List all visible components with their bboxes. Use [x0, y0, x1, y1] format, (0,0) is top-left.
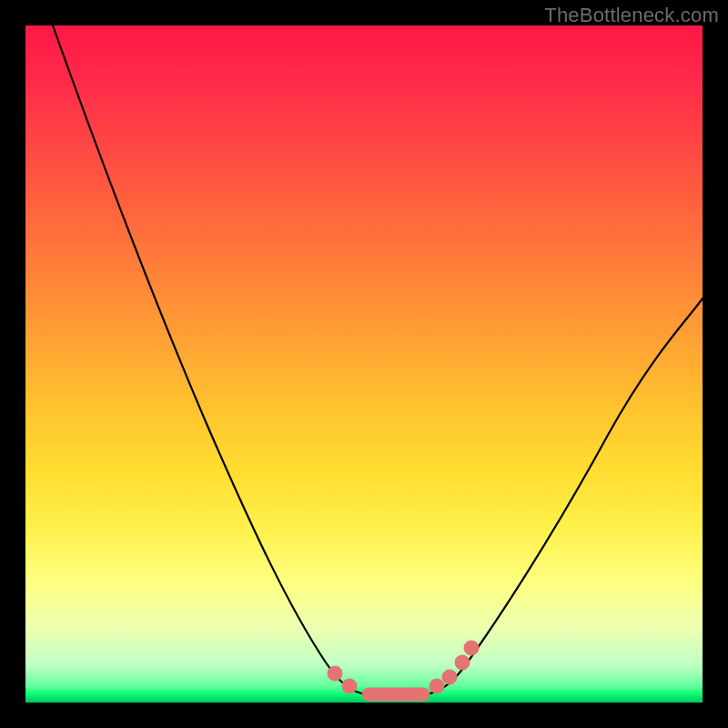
svg-point-1 — [342, 679, 357, 693]
chart-svg — [25, 25, 703, 703]
plot-area — [25, 25, 703, 703]
svg-point-0 — [328, 666, 342, 681]
svg-point-4 — [442, 670, 457, 684]
watermark-text: TheBottleneck.com — [544, 4, 719, 27]
svg-point-3 — [430, 679, 444, 693]
svg-point-6 — [464, 641, 479, 655]
flat-markers — [328, 641, 479, 701]
svg-point-5 — [455, 655, 470, 670]
svg-rect-2 — [362, 688, 430, 701]
bottleneck-curve — [53, 25, 703, 694]
chart-frame: TheBottleneck.com — [0, 0, 728, 728]
